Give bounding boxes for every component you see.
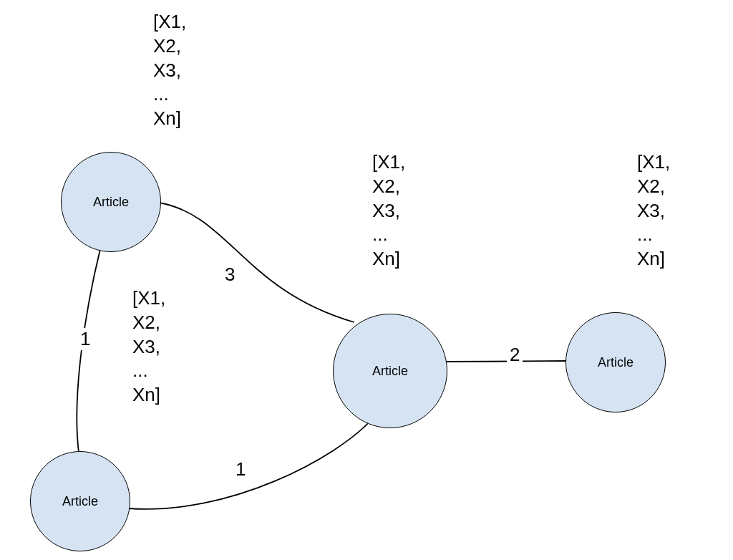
edge-n2-n3	[129, 419, 372, 509]
node-article-2: Article	[30, 451, 130, 551]
feature-vector-3: [X1, X2, X3, ... Xn]	[372, 150, 405, 271]
node-label: Article	[93, 195, 129, 210]
edge-weight-1: 1	[77, 328, 93, 350]
node-label: Article	[62, 494, 98, 509]
edge-weight-3: 3	[222, 264, 238, 286]
edge-n1-n2	[77, 249, 100, 453]
feature-vector-4: [X1, X2, X3, ... Xn]	[637, 150, 670, 271]
edge-n1-n3	[159, 203, 354, 322]
node-label: Article	[598, 355, 634, 370]
node-article-4: Article	[565, 312, 666, 412]
edge-weight-2: 2	[507, 344, 523, 366]
node-label: Article	[372, 364, 408, 379]
feature-vector-2: [X1, X2, X3, ... Xn]	[132, 286, 165, 407]
edge-weight-1b: 1	[233, 458, 248, 481]
node-article-1: Article	[61, 152, 161, 252]
feature-vector-1: [X1, X2, X3, ... Xn]	[153, 10, 186, 131]
node-article-3: Article	[333, 314, 447, 428]
